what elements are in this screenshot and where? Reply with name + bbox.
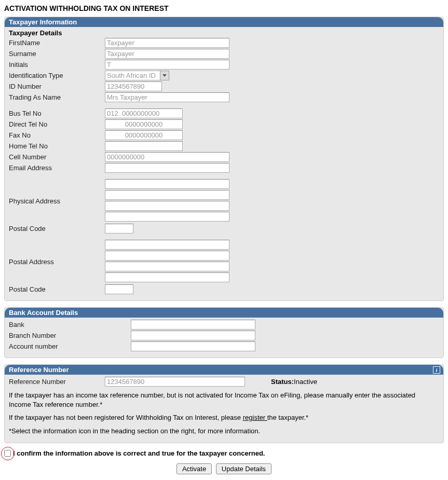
- ref-panel: Reference Number i Reference Number Stat…: [4, 364, 444, 443]
- bank-label: Bank: [9, 321, 131, 328]
- post-addr-2-input[interactable]: [105, 251, 229, 260]
- fax-input[interactable]: [105, 130, 183, 140]
- ref-panel-header: Reference Number i: [5, 365, 443, 375]
- id-number-input[interactable]: [105, 81, 162, 91]
- bus-tel-label: Bus Tel No: [9, 109, 105, 117]
- taxpayer-details-heading: Taxpayer Details: [9, 29, 439, 37]
- phys-addr-3-input[interactable]: [105, 201, 229, 211]
- trading-input[interactable]: [105, 92, 229, 102]
- status-value: Inactive: [294, 378, 317, 386]
- status-label: Status:: [271, 378, 294, 386]
- phys-addr-label: Physical Address: [9, 197, 105, 205]
- post-addr-4-input[interactable]: [105, 272, 229, 282]
- taxpayer-panel: Taxpayer Information Taxpayer Details Fi…: [4, 17, 444, 301]
- phys-addr-4-input[interactable]: [105, 212, 229, 222]
- chevron-down-icon: [162, 74, 167, 77]
- confirm-checkbox[interactable]: [4, 450, 11, 457]
- account-label: Account number: [9, 342, 131, 350]
- phys-addr-1-input[interactable]: [105, 179, 229, 189]
- update-details-button[interactable]: Update Details: [216, 463, 271, 474]
- id-type-value: South African ID: [105, 71, 160, 80]
- activate-button[interactable]: Activate: [177, 463, 212, 474]
- ref-panel-title: Reference Number: [9, 366, 69, 374]
- page-title: ACTIVATION WITHHOLDING TAX ON INTEREST: [4, 4, 444, 12]
- phys-postal-input[interactable]: [105, 224, 133, 234]
- surname-label: Surname: [9, 50, 105, 58]
- confirm-label: I confirm the information above is corre…: [13, 449, 265, 457]
- account-input[interactable]: [131, 341, 255, 351]
- cell-input[interactable]: [105, 152, 229, 162]
- ref-note-1: If the taxpayer has an income tax refere…: [9, 391, 439, 409]
- phys-postal-label: Postal Code: [9, 225, 105, 232]
- info-icon[interactable]: i: [433, 366, 440, 374]
- id-type-label: Identification Type: [9, 72, 105, 79]
- button-row: Activate Update Details: [4, 463, 444, 474]
- bank-panel-header: Bank Account Details: [5, 308, 443, 318]
- id-number-label: ID Number: [9, 83, 105, 90]
- home-tel-label: Home Tel No: [9, 142, 105, 150]
- initials-input[interactable]: [105, 60, 229, 70]
- id-type-dropdown-button[interactable]: [160, 71, 169, 80]
- ref-input[interactable]: [105, 377, 245, 387]
- branch-input[interactable]: [131, 331, 255, 340]
- bank-panel: Bank Account Details Bank Branch Number …: [4, 307, 444, 358]
- trading-label: Trading As Name: [9, 93, 105, 101]
- register-link[interactable]: register: [243, 414, 267, 421]
- branch-label: Branch Number: [9, 332, 131, 339]
- direct-tel-input[interactable]: [105, 119, 183, 129]
- email-label: Email Address: [9, 164, 105, 172]
- id-type-select[interactable]: South African ID: [105, 71, 169, 80]
- bus-tel-input[interactable]: [105, 108, 183, 118]
- phys-addr-2-input[interactable]: [105, 190, 229, 200]
- firstname-label: FirstName: [9, 39, 105, 47]
- home-tel-input[interactable]: [105, 141, 183, 151]
- surname-input[interactable]: [105, 49, 229, 59]
- confirm-row: I confirm the information above is corre…: [4, 449, 444, 457]
- ref-note-2: If the taxpayer has not been registered …: [9, 413, 439, 422]
- ref-label: Reference Number: [9, 378, 105, 386]
- status-line: Status:Inactive: [271, 378, 317, 386]
- taxpayer-panel-header: Taxpayer Information: [5, 17, 443, 27]
- post-postal-input[interactable]: [105, 284, 133, 294]
- ref-note-2b: the taxpayer.*: [267, 414, 309, 421]
- ref-note-2a: If the taxpayer has not been registered …: [9, 414, 243, 421]
- bank-input[interactable]: [131, 320, 255, 330]
- ref-note-3: *Select the information icon in the head…: [9, 427, 439, 436]
- post-addr-3-input[interactable]: [105, 262, 229, 271]
- direct-tel-label: Direct Tel No: [9, 120, 105, 128]
- fax-label: Fax No: [9, 131, 105, 139]
- post-addr-1-input[interactable]: [105, 240, 229, 250]
- post-postal-label: Postal Code: [9, 285, 105, 293]
- email-input[interactable]: [105, 163, 229, 173]
- firstname-input[interactable]: [105, 38, 229, 48]
- initials-label: Initials: [9, 61, 105, 68]
- post-addr-label: Postal Address: [9, 258, 105, 266]
- cell-label: Cell Number: [9, 153, 105, 161]
